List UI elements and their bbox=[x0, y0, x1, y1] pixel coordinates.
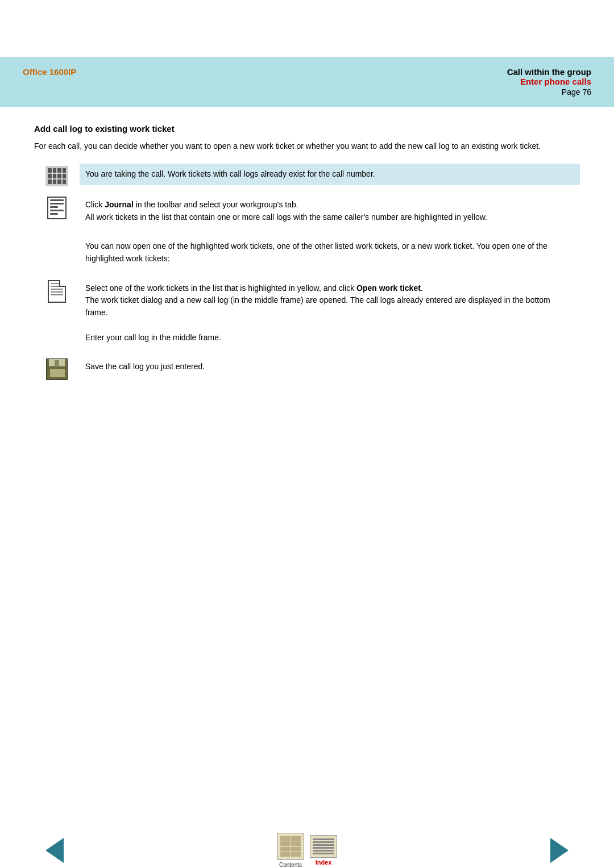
page-number: Page 76 bbox=[507, 87, 591, 97]
intro-text: For each call, you can decide whether yo… bbox=[34, 140, 580, 152]
phone-grid-icon bbox=[45, 166, 68, 186]
step-row-2: Click Journal in the toolbar and select … bbox=[34, 194, 580, 228]
page-subtitle: Enter phone calls bbox=[507, 77, 591, 86]
journal-icon bbox=[47, 197, 67, 219]
step-text-4: Select one of the work tickets in the li… bbox=[80, 278, 580, 348]
nav-center-icons: Contents Index bbox=[277, 833, 337, 868]
step-row-4: Select one of the work tickets in the li… bbox=[34, 278, 580, 348]
section-heading: Add call log to existing work ticket bbox=[34, 124, 580, 133]
index-nav[interactable]: Index bbox=[310, 835, 337, 866]
document-icon bbox=[48, 280, 66, 303]
main-content: Add call log to existing work ticket For… bbox=[0, 107, 614, 400]
section-title: Call within the group bbox=[507, 67, 591, 77]
step-icon-4 bbox=[34, 278, 80, 303]
page-wrapper: Office 1600IP Call within the group Ente… bbox=[0, 57, 614, 868]
header-bar: Office 1600IP Call within the group Ente… bbox=[0, 57, 614, 107]
step-text-3: You can now open one of the highlighted … bbox=[80, 236, 580, 269]
nav-footer: Contents Index bbox=[0, 821, 614, 868]
nav-forward-button[interactable] bbox=[550, 838, 569, 863]
header-right: Call within the group Enter phone calls … bbox=[507, 67, 591, 97]
header-left: Office 1600IP bbox=[23, 67, 76, 77]
index-icon[interactable] bbox=[310, 835, 337, 858]
step-icon-1 bbox=[34, 164, 80, 186]
step-text-5: Save the call log you just entered. bbox=[80, 356, 580, 378]
steps-container: You are taking the call. Work tickets wi… bbox=[34, 164, 580, 380]
contents-label: Contents bbox=[279, 862, 302, 868]
step-row-3: You can now open one of the highlighted … bbox=[34, 236, 580, 269]
index-label: Index bbox=[316, 859, 332, 866]
floppy-disk-icon bbox=[46, 358, 68, 380]
step-row-5: Save the call log you just entered. bbox=[34, 356, 580, 380]
step-text-2: Click Journal in the toolbar and select … bbox=[80, 194, 580, 228]
step-icon-2 bbox=[34, 194, 80, 219]
contents-icon[interactable] bbox=[277, 833, 304, 860]
step-icon-5 bbox=[34, 356, 80, 380]
step-text-1: You are taking the call. Work tickets wi… bbox=[80, 164, 580, 185]
product-name: Office 1600IP bbox=[23, 67, 76, 77]
step-row-1: You are taking the call. Work tickets wi… bbox=[34, 164, 580, 186]
contents-nav[interactable]: Contents bbox=[277, 833, 304, 868]
nav-back-button[interactable] bbox=[45, 838, 64, 863]
